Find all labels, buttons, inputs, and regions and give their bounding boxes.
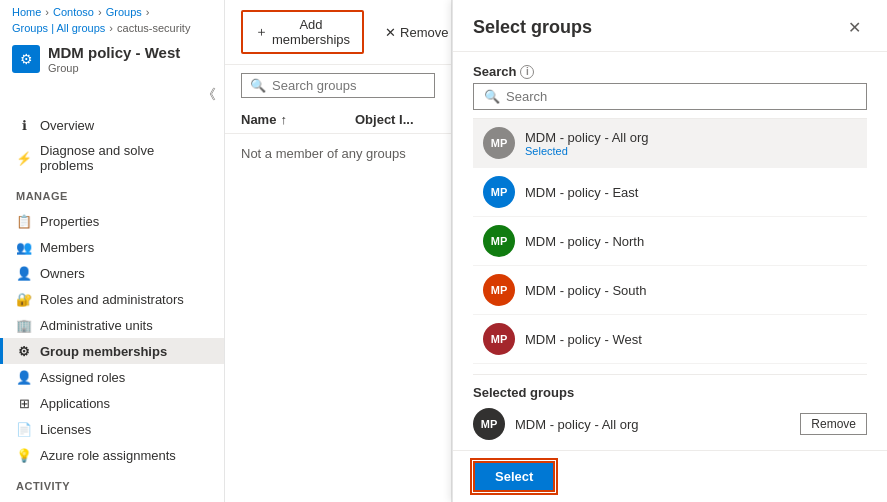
breadcrumb-home[interactable]: Home bbox=[12, 6, 41, 18]
sidebar-label-owners: Owners bbox=[40, 266, 85, 281]
sidebar: Home › Contoso › Groups › Groups | All g… bbox=[0, 0, 225, 502]
panel-title: Select groups bbox=[473, 17, 592, 38]
plus-icon: ＋ bbox=[255, 23, 268, 41]
collapse-button[interactable]: 《 bbox=[202, 86, 216, 104]
breadcrumb-contoso[interactable]: Contoso bbox=[53, 6, 94, 18]
azure-roles-icon: 💡 bbox=[16, 447, 32, 463]
group-item-all-org[interactable]: MP MDM - policy - All org Selected bbox=[473, 119, 867, 168]
main-toolbar: ＋ Add memberships ✕ Remove bbox=[225, 0, 451, 65]
remove-button[interactable]: ✕ Remove bbox=[372, 19, 452, 46]
panel-search-input[interactable] bbox=[506, 89, 856, 104]
sidebar-label-assigned-roles: Assigned roles bbox=[40, 370, 125, 385]
sidebar-item-members[interactable]: 👥 Members bbox=[0, 234, 224, 260]
group-avatar-all-org: MP bbox=[483, 127, 515, 159]
add-memberships-label: Add memberships bbox=[272, 17, 350, 47]
group-item-north[interactable]: MP MDM - policy - North bbox=[473, 217, 867, 266]
group-name-east: MDM - policy - East bbox=[525, 185, 857, 200]
sidebar-item-admin-units[interactable]: 🏢 Administrative units bbox=[0, 312, 224, 338]
sidebar-label-overview: Overview bbox=[40, 118, 94, 133]
col-obj-label: Object I... bbox=[355, 112, 435, 127]
admin-units-icon: 🏢 bbox=[16, 317, 32, 333]
select-button[interactable]: Select bbox=[473, 461, 555, 492]
sidebar-item-owners[interactable]: 👤 Owners bbox=[0, 260, 224, 286]
collapse-area: 《 bbox=[0, 82, 224, 108]
search-icon: 🔍 bbox=[250, 78, 266, 93]
panel-search-icon: 🔍 bbox=[484, 89, 500, 104]
page-header-icon: ⚙ bbox=[12, 45, 40, 73]
group-item-east[interactable]: MP MDM - policy - East bbox=[473, 168, 867, 217]
sort-icon[interactable]: ↑ bbox=[280, 112, 287, 127]
info-icon: ℹ bbox=[16, 117, 32, 133]
breadcrumb-groups[interactable]: Groups bbox=[106, 6, 142, 18]
panel-close-button[interactable]: ✕ bbox=[842, 16, 867, 39]
members-icon: 👥 bbox=[16, 239, 32, 255]
sidebar-label-licenses: Licenses bbox=[40, 422, 91, 437]
selected-item-name: MDM - policy - All org bbox=[515, 417, 790, 432]
sidebar-item-overview[interactable]: ℹ Overview bbox=[0, 112, 224, 138]
group-memberships-icon: ⚙ bbox=[16, 343, 32, 359]
sidebar-item-privileged[interactable]: 👤 Privileged access (Preview) bbox=[0, 498, 224, 502]
assigned-roles-icon: 👤 bbox=[16, 369, 32, 385]
groups-list: MP MDM - policy - All org Selected MP MD… bbox=[473, 118, 867, 374]
selected-remove-button[interactable]: Remove bbox=[800, 413, 867, 435]
activity-label: Activity bbox=[0, 472, 224, 494]
group-name-all-org: MDM - policy - All org bbox=[525, 130, 857, 145]
applications-icon: ⊞ bbox=[16, 395, 32, 411]
nav-manage: 📋 Properties 👥 Members 👤 Owners 🔐 Roles … bbox=[0, 204, 224, 472]
sidebar-item-diagnose[interactable]: ⚡ Diagnose and solve problems bbox=[0, 138, 224, 178]
manage-label: Manage bbox=[0, 182, 224, 204]
sidebar-item-licenses[interactable]: 📄 Licenses bbox=[0, 416, 224, 442]
search-label-text: Search bbox=[473, 64, 516, 79]
roles-icon: 🔐 bbox=[16, 291, 32, 307]
sidebar-label-roles: Roles and administrators bbox=[40, 292, 184, 307]
group-avatar-east: MP bbox=[483, 176, 515, 208]
group-name-north: MDM - policy - North bbox=[525, 234, 857, 249]
search-bar: 🔍 bbox=[241, 73, 435, 98]
select-panel: Select groups ✕ Search i 🔍 MP MDM - poli… bbox=[452, 0, 887, 502]
main-content: ＋ Add memberships ✕ Remove 🔍 Name ↑ Obje… bbox=[225, 0, 452, 502]
owners-icon: 👤 bbox=[16, 265, 32, 281]
properties-icon: 📋 bbox=[16, 213, 32, 229]
remove-icon: ✕ bbox=[385, 25, 396, 40]
selected-section-title: Selected groups bbox=[473, 385, 867, 400]
page-header: ⚙ MDM policy - West Group bbox=[0, 40, 224, 82]
breadcrumb-current: cactus-security bbox=[117, 22, 190, 34]
col-name-label: Name bbox=[241, 112, 276, 127]
group-item-west[interactable]: MP MDM - policy - West bbox=[473, 315, 867, 364]
add-memberships-button[interactable]: ＋ Add memberships bbox=[241, 10, 364, 54]
diagnose-icon: ⚡ bbox=[16, 150, 32, 166]
sidebar-label-members: Members bbox=[40, 240, 94, 255]
nav-activity: 👤 Privileged access (Preview) bbox=[0, 494, 224, 502]
sidebar-label-diagnose: Diagnose and solve problems bbox=[40, 143, 208, 173]
group-name-south: MDM - policy - South bbox=[525, 283, 857, 298]
selected-section: Selected groups MP MDM - policy - All or… bbox=[453, 375, 887, 450]
breadcrumb-all-groups[interactable]: Groups | All groups bbox=[12, 22, 105, 34]
licenses-icon: 📄 bbox=[16, 421, 32, 437]
search-section: Search i 🔍 bbox=[453, 52, 887, 118]
group-name-west: MDM - policy - West bbox=[525, 332, 857, 347]
sidebar-item-azure-roles[interactable]: 💡 Azure role assignments bbox=[0, 442, 224, 468]
group-avatar-west: MP bbox=[483, 323, 515, 355]
sidebar-label-applications: Applications bbox=[40, 396, 110, 411]
sidebar-label-properties: Properties bbox=[40, 214, 99, 229]
selected-avatar: MP bbox=[473, 408, 505, 440]
sidebar-label-azure-roles: Azure role assignments bbox=[40, 448, 176, 463]
panel-body: Search i 🔍 MP MDM - policy - All org Sel… bbox=[453, 52, 887, 450]
search-input[interactable] bbox=[272, 78, 426, 93]
panel-footer: Select bbox=[453, 450, 887, 502]
empty-message: Not a member of any groups bbox=[225, 134, 451, 173]
sidebar-item-group-memberships[interactable]: ⚙ Group memberships bbox=[0, 338, 224, 364]
group-item-south[interactable]: MP MDM - policy - South bbox=[473, 266, 867, 315]
sidebar-item-applications[interactable]: ⊞ Applications bbox=[0, 390, 224, 416]
sidebar-label-admin-units: Administrative units bbox=[40, 318, 153, 333]
search-info-icon: i bbox=[520, 65, 534, 79]
sidebar-item-assigned-roles[interactable]: 👤 Assigned roles bbox=[0, 364, 224, 390]
table-header: Name ↑ Object I... bbox=[225, 106, 451, 134]
sidebar-item-properties[interactable]: 📋 Properties bbox=[0, 208, 224, 234]
nav-top: ℹ Overview ⚡ Diagnose and solve problems bbox=[0, 108, 224, 182]
page-subtitle: Group bbox=[48, 62, 180, 74]
remove-label: Remove bbox=[400, 25, 448, 40]
panel-search-wrap: 🔍 bbox=[473, 83, 867, 110]
sidebar-item-roles[interactable]: 🔐 Roles and administrators bbox=[0, 286, 224, 312]
group-avatar-north: MP bbox=[483, 225, 515, 257]
